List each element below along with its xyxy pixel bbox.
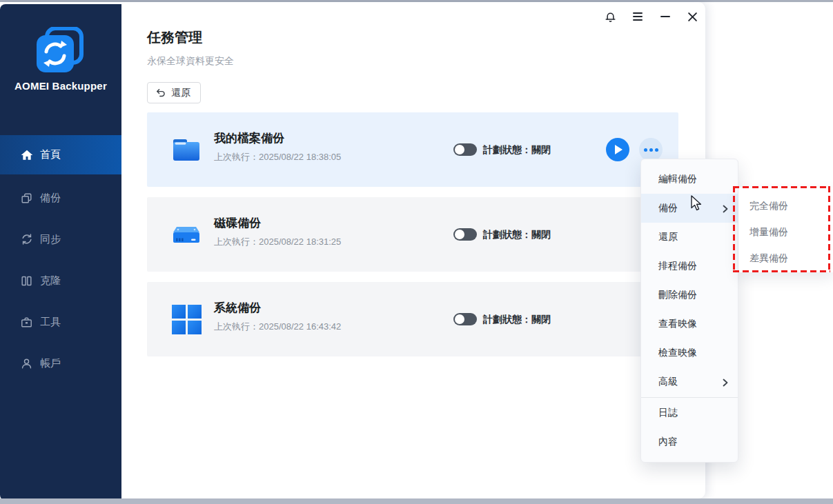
submenu-item-differential-backup[interactable]: 差異備份 (738, 245, 833, 272)
menu-item-label: 排程備份 (658, 260, 697, 272)
window-bottom-edge (0, 498, 833, 504)
restore-button[interactable]: 還原 (147, 82, 201, 103)
app-menu-button[interactable] (629, 9, 647, 24)
user-icon (20, 356, 34, 370)
chevron-right-icon (723, 378, 728, 389)
menu-item-schedule-backup[interactable]: 排程備份 (641, 252, 738, 281)
page-subtitle: 永保全球資料更安全 (147, 55, 234, 68)
menu-item-label: 日誌 (658, 407, 678, 419)
toggle-knob (455, 230, 464, 239)
disk-icon (170, 218, 203, 251)
menu-item-delete-backup[interactable]: 刪除備份 (641, 281, 738, 310)
toggle-knob (455, 314, 464, 324)
menu-item-backup[interactable]: 備份 (641, 194, 738, 223)
sidebar-item-home[interactable]: 首頁 (0, 135, 121, 174)
sidebar-item-label: 克隆 (40, 274, 61, 288)
sidebar-item-label: 備份 (40, 192, 61, 205)
menu-item-check-image[interactable]: 檢查映像 (641, 339, 738, 367)
home-icon (20, 148, 34, 162)
task-name: 磁碟備份 (214, 215, 261, 231)
backup-icon (20, 191, 34, 205)
page-title: 任務管理 (147, 28, 202, 47)
menu-item-label: 編輯備份 (658, 173, 697, 185)
sidebar-item-account[interactable]: 帳戶 (0, 343, 121, 384)
sidebar-item-label: 工具 (40, 316, 61, 329)
menu-item-edit-backup[interactable]: 編輯備份 (641, 165, 738, 194)
windows-logo-icon (170, 303, 203, 336)
sidebar-item-tools[interactable]: 工具 (0, 301, 121, 343)
sidebar-item-label: 帳戶 (40, 357, 61, 370)
chevron-right-icon (723, 204, 728, 215)
schedule-toggle[interactable] (453, 313, 477, 325)
minimize-button[interactable] (656, 9, 674, 24)
bell-icon (604, 10, 617, 23)
menu-item-label: 還原 (658, 231, 678, 243)
sync-icon (20, 232, 34, 246)
app-name: AOMEI Backupper (0, 80, 121, 92)
menu-icon (633, 12, 643, 21)
toolbox-icon (20, 315, 34, 329)
task-row-disk-backup[interactable]: 磁碟備份 上次執行：2025/08/22 18:31:25 計劃狀態：關閉 (147, 197, 678, 272)
folder-icon (170, 133, 203, 166)
schedule-status-label: 計劃狀態：關閉 (483, 314, 551, 326)
schedule-status-label: 計劃狀態：關閉 (483, 229, 551, 241)
menu-item-logs[interactable]: 日誌 (641, 399, 738, 427)
sidebar-item-sync[interactable]: 同步 (0, 219, 121, 260)
submenu-item-label: 差異備份 (749, 252, 788, 265)
menu-item-label: 備份 (658, 202, 678, 214)
menu-item-label: 內容 (658, 436, 678, 448)
restore-button-label: 還原 (171, 87, 190, 99)
notification-bell-button[interactable] (601, 8, 619, 26)
schedule-toggle[interactable] (453, 228, 477, 241)
submenu-item-label: 完全備份 (749, 200, 788, 212)
sidebar: AOMEI Backupper 首頁 備份 (0, 4, 121, 501)
menu-divider (641, 397, 738, 398)
menu-item-label: 高級 (658, 376, 678, 388)
menu-item-restore[interactable]: 還原 (641, 223, 738, 252)
submenu-item-label: 增量備份 (749, 226, 788, 239)
close-icon (687, 12, 698, 22)
menu-item-view-image[interactable]: 查看映像 (641, 310, 738, 339)
menu-item-label: 查看映像 (658, 318, 697, 330)
task-row-system-backup[interactable]: 系統備份 上次執行：2025/08/22 16:43:42 計劃狀態：關閉 (147, 282, 678, 356)
task-row-file-backup[interactable]: 我的檔案備份 上次執行：2025/08/22 18:38:05 計劃狀態：關閉 (147, 112, 678, 187)
clone-icon (20, 274, 34, 288)
more-options-button[interactable] (639, 138, 663, 161)
task-last-run: 上次執行：2025/08/22 18:31:25 (214, 236, 341, 248)
menu-item-advanced[interactable]: 高級 (641, 367, 738, 396)
submenu-item-incremental-backup[interactable]: 增量備份 (738, 219, 833, 245)
close-button[interactable] (683, 8, 701, 26)
task-name: 系統備份 (214, 300, 261, 316)
task-last-run: 上次執行：2025/08/22 18:38:05 (214, 151, 341, 163)
app-window: AOMEI Backupper 首頁 備份 (0, 0, 833, 504)
sidebar-item-clone[interactable]: 克隆 (0, 260, 121, 301)
ellipsis-icon (644, 148, 647, 152)
task-last-run: 上次執行：2025/08/22 16:43:42 (214, 321, 341, 333)
mouse-cursor (691, 195, 706, 212)
sidebar-item-backup[interactable]: 備份 (0, 177, 121, 219)
toggle-knob (455, 145, 464, 154)
menu-item-label: 檢查映像 (658, 347, 697, 359)
sidebar-item-label: 同步 (40, 233, 61, 246)
menu-item-label: 刪除備份 (658, 289, 697, 301)
schedule-toggle[interactable] (453, 143, 477, 156)
main-window-card: AOMEI Backupper 首頁 備份 (0, 2, 705, 498)
backup-type-submenu: 完全備份 增量備份 差異備份 (738, 188, 833, 272)
sidebar-nav: 首頁 備份 同步 克隆 (0, 135, 121, 384)
play-icon (615, 145, 623, 154)
menu-item-properties[interactable]: 內容 (641, 427, 738, 456)
run-backup-button[interactable] (606, 138, 629, 161)
schedule-status-label: 計劃狀態：關閉 (483, 144, 551, 157)
task-context-menu: 編輯備份 備份 還原 排程備份 刪除備份 查看映像 檢查映像 高級 日誌 內容 (640, 159, 738, 463)
minimize-icon (660, 16, 670, 17)
app-logo-icon (35, 27, 86, 75)
undo-icon (155, 88, 166, 99)
task-name: 我的檔案備份 (214, 130, 284, 146)
sidebar-item-label: 首頁 (40, 148, 61, 161)
submenu-item-full-backup[interactable]: 完全備份 (738, 193, 833, 219)
